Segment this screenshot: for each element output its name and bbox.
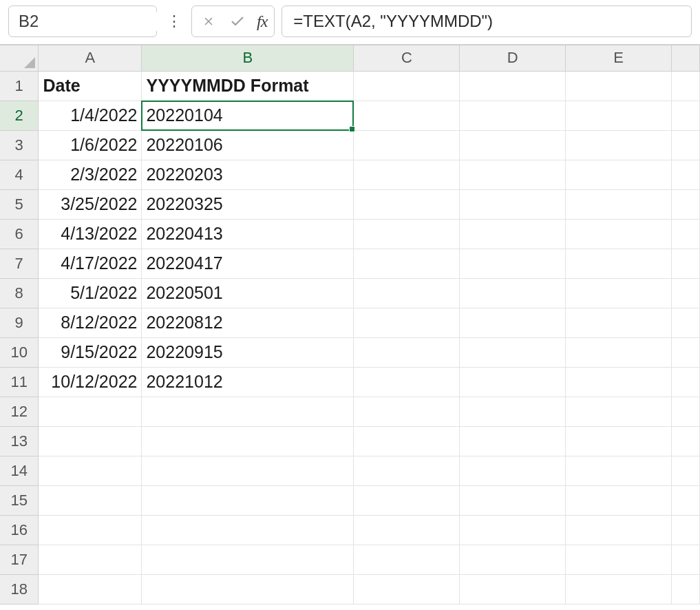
cell[interactable] [354, 308, 460, 337]
select-all-corner[interactable] [0, 45, 39, 71]
cell[interactable] [354, 574, 460, 604]
cell-A9[interactable]: 8/12/2022 [39, 308, 142, 337]
cell-A5[interactable]: 3/25/2022 [39, 189, 142, 219]
cell[interactable] [39, 574, 142, 604]
cell[interactable] [142, 574, 354, 604]
cell[interactable] [39, 397, 142, 426]
row-header[interactable]: 4 [0, 160, 39, 189]
cell[interactable] [566, 367, 672, 397]
cell[interactable] [671, 574, 699, 604]
cell[interactable] [566, 337, 672, 367]
cell[interactable] [354, 101, 460, 130]
cell[interactable] [671, 456, 699, 485]
cell[interactable] [460, 545, 566, 574]
cell-B5[interactable]: 20220325 [142, 189, 354, 219]
cell[interactable] [354, 397, 460, 426]
cell[interactable] [354, 426, 460, 456]
row-header[interactable]: 6 [0, 219, 39, 249]
cell[interactable] [566, 515, 672, 545]
cell-B3[interactable]: 20220106 [142, 130, 354, 160]
cell[interactable] [354, 545, 460, 574]
row-header[interactable]: 11 [0, 367, 39, 397]
cell[interactable] [39, 485, 142, 515]
cell[interactable] [460, 130, 566, 160]
cell[interactable] [460, 337, 566, 367]
cell[interactable] [566, 426, 672, 456]
cell[interactable] [566, 397, 672, 426]
cell[interactable] [671, 249, 699, 278]
cell-A7[interactable]: 4/17/2022 [39, 249, 142, 278]
col-header-C[interactable]: C [354, 45, 460, 71]
cell[interactable] [566, 574, 672, 604]
row-header[interactable]: 3 [0, 130, 39, 160]
cell[interactable] [671, 219, 699, 249]
formula-input-box[interactable] [282, 6, 692, 37]
cell[interactable] [354, 278, 460, 308]
cell[interactable] [354, 337, 460, 367]
cell[interactable] [460, 189, 566, 219]
cell[interactable] [460, 456, 566, 485]
cell[interactable] [460, 426, 566, 456]
row-header[interactable]: 17 [0, 545, 39, 574]
cell[interactable] [354, 456, 460, 485]
cell[interactable] [566, 485, 672, 515]
cell[interactable] [354, 71, 460, 101]
cell[interactable] [354, 189, 460, 219]
row-header[interactable]: 8 [0, 278, 39, 308]
cell[interactable] [566, 249, 672, 278]
cell[interactable] [671, 515, 699, 545]
cell-A6[interactable]: 4/13/2022 [39, 219, 142, 249]
cell[interactable] [354, 219, 460, 249]
row-header[interactable]: 2 [0, 101, 39, 130]
cell[interactable] [39, 456, 142, 485]
cell-A4[interactable]: 2/3/2022 [39, 160, 142, 189]
cell-A3[interactable]: 1/6/2022 [39, 130, 142, 160]
cell[interactable] [354, 367, 460, 397]
cell[interactable] [460, 249, 566, 278]
cell[interactable] [354, 249, 460, 278]
cell-B7[interactable]: 20220417 [142, 249, 354, 278]
formula-input[interactable] [293, 12, 680, 31]
row-header[interactable]: 1 [0, 71, 39, 101]
cell[interactable] [566, 456, 672, 485]
cell[interactable] [460, 101, 566, 130]
resize-handle-icon[interactable]: ⋮ [164, 18, 184, 25]
cell[interactable] [460, 515, 566, 545]
cell[interactable] [671, 130, 699, 160]
cell[interactable] [142, 545, 354, 574]
cell[interactable] [460, 160, 566, 189]
col-header-E[interactable]: E [566, 45, 672, 71]
col-header-A[interactable]: A [39, 45, 142, 71]
cell[interactable] [671, 160, 699, 189]
cell[interactable] [460, 397, 566, 426]
cell[interactable] [460, 485, 566, 515]
cell[interactable] [671, 426, 699, 456]
cell[interactable] [39, 545, 142, 574]
cell[interactable] [354, 485, 460, 515]
cell-B8[interactable]: 20220501 [142, 278, 354, 308]
cell[interactable] [671, 278, 699, 308]
cell[interactable] [671, 189, 699, 219]
cell-B9[interactable]: 20220812 [142, 308, 354, 337]
cell[interactable] [39, 515, 142, 545]
spreadsheet-grid[interactable]: A B C D E 1 Date YYYYMMDD Format 2 1/4/2… [0, 45, 700, 604]
cancel-icon[interactable] [199, 14, 218, 28]
cell[interactable] [460, 574, 566, 604]
cell-A10[interactable]: 9/15/2022 [39, 337, 142, 367]
col-header-B[interactable]: B [142, 45, 354, 71]
cell[interactable] [142, 426, 354, 456]
cell-B11[interactable]: 20221012 [142, 367, 354, 397]
cell[interactable] [671, 308, 699, 337]
cell[interactable] [142, 485, 354, 515]
cell-B2[interactable]: 20220104 [142, 101, 354, 130]
cell-A8[interactable]: 5/1/2022 [39, 278, 142, 308]
cell[interactable] [566, 308, 672, 337]
cell[interactable] [566, 545, 672, 574]
cell[interactable] [460, 308, 566, 337]
enter-icon[interactable] [228, 13, 247, 30]
cell-B10[interactable]: 20220915 [142, 337, 354, 367]
row-header[interactable]: 16 [0, 515, 39, 545]
name-box[interactable] [8, 6, 157, 37]
cell[interactable] [671, 71, 699, 101]
cell[interactable] [354, 160, 460, 189]
